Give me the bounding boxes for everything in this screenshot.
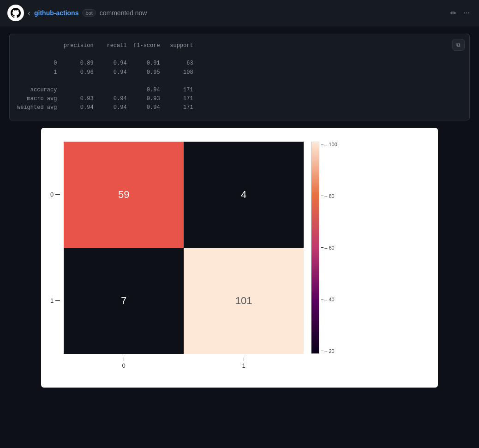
y-label-0-text: 0 <box>50 191 54 198</box>
code-line: 0 0.89 0.94 0.91 63 <box>17 59 462 68</box>
x-label-1: 1 <box>242 358 245 369</box>
colorbar-gradient <box>311 142 319 354</box>
cell-true-negative: 101 <box>184 248 304 354</box>
y-tick-1 <box>55 300 60 301</box>
confusion-grid: 59 4 7 101 <box>64 142 304 354</box>
y-label-1: 1 <box>50 297 60 304</box>
code-line <box>17 50 462 59</box>
code-line: accuracy 0.94 171 <box>17 86 462 95</box>
classification-report: ⧉ precision recall f1-score support 0 0.… <box>9 34 470 120</box>
colorbar-100: – 100 <box>324 142 337 147</box>
code-line: precision recall f1-score support <box>17 42 462 50</box>
colorbar-label-60: – 60 <box>321 245 337 251</box>
colorbar-tick-40 <box>321 299 323 299</box>
colorbar: – 100 – 80 – 60 <box>311 142 337 354</box>
colorbar-20: – 20 <box>324 348 334 354</box>
colorbar-label-80: – 80 <box>321 193 337 199</box>
y-tick-0 <box>55 194 60 195</box>
x-label-0: 0 <box>122 358 126 369</box>
grid-colorbar: 59 4 7 101 <box>64 142 337 354</box>
colorbar-tick-20 <box>321 351 323 351</box>
colorbar-label-20: – 20 <box>321 348 337 354</box>
main-content: ⧉ precision recall f1-score support 0 0.… <box>0 26 479 448</box>
copy-button[interactable]: ⧉ <box>452 39 465 51</box>
code-lines: precision recall f1-score support 0 0.89… <box>17 42 462 113</box>
more-options-button[interactable]: ··· <box>462 7 472 19</box>
colorbar-label-40: – 40 <box>321 297 337 302</box>
github-logo <box>7 5 24 21</box>
code-line <box>17 77 462 86</box>
y-label-0: 0 <box>50 191 60 198</box>
chart-inner: 0 1 59 4 <box>50 142 429 369</box>
colorbar-40: – 40 <box>324 297 334 302</box>
y-label-1-text: 1 <box>50 297 54 304</box>
cell-false-negative: 7 <box>64 248 184 354</box>
x-label-1-text: 1 <box>242 362 245 369</box>
edit-button[interactable]: ✏ <box>449 7 458 19</box>
grid-wrapper: 59 4 7 101 <box>64 142 337 369</box>
cell-false-positive: 4 <box>184 142 304 248</box>
x-tick-1 <box>244 358 244 361</box>
colorbar-tick-60 <box>321 247 323 248</box>
colorbar-labels: – 100 – 80 – 60 <box>319 142 337 354</box>
y-axis: 0 1 <box>50 142 62 354</box>
comment-time: commented now <box>100 9 445 17</box>
comment-header: ‹ github-actions bot commented now ✏ ··· <box>0 0 479 26</box>
colorbar-80: – 80 <box>324 193 334 199</box>
x-label-0-text: 0 <box>122 362 126 369</box>
back-arrow[interactable]: ‹ <box>28 8 30 18</box>
confusion-matrix-chart: 0 1 59 4 <box>41 128 438 388</box>
colorbar-60: – 60 <box>324 245 334 251</box>
x-axis: 0 1 <box>64 358 304 369</box>
bot-badge: bot <box>82 9 96 17</box>
colorbar-label-100: – 100 <box>321 142 337 147</box>
x-tick-0 <box>124 358 124 361</box>
colorbar-tick-100 <box>321 144 323 144</box>
comment-author[interactable]: github-actions <box>34 9 78 17</box>
colorbar-tick-80 <box>321 196 323 196</box>
code-line: macro avg 0.93 0.94 0.93 171 <box>17 95 462 103</box>
code-line: weighted avg 0.94 0.94 0.94 171 <box>17 103 462 112</box>
code-line: 1 0.96 0.94 0.95 108 <box>17 68 462 77</box>
cell-true-positive: 59 <box>64 142 184 248</box>
comment-actions: ✏ ··· <box>449 7 472 19</box>
